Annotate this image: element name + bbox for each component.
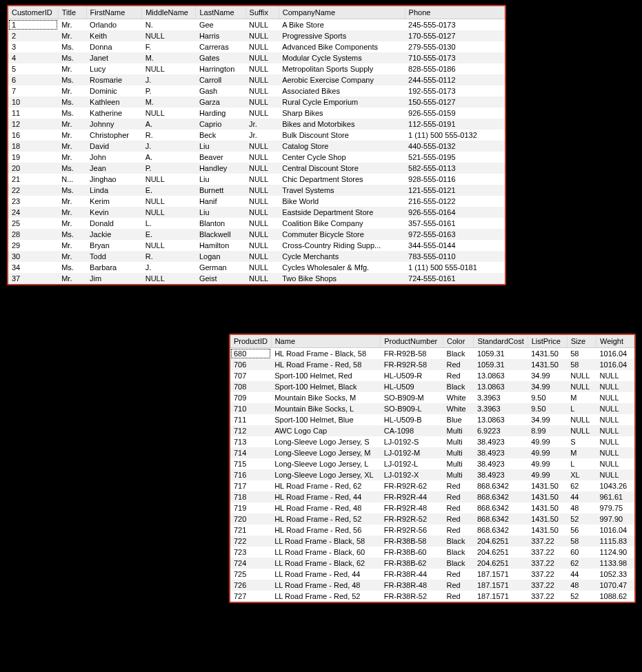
- customers-row[interactable]: 21N...JinghaoNULLLiuNULLChic Department …: [8, 174, 505, 185]
- customers-cell[interactable]: E.: [142, 185, 196, 196]
- products-cell[interactable]: Multi: [443, 458, 474, 469]
- customers-cell[interactable]: Rosmarie: [86, 74, 142, 85]
- customers-header-title[interactable]: Title: [58, 6, 86, 19]
- customers-cell[interactable]: J.: [142, 141, 196, 152]
- customers-cell[interactable]: Donna: [86, 41, 142, 52]
- customers-cell[interactable]: Liu: [196, 207, 245, 218]
- customers-cell[interactable]: 972-555-0163: [405, 229, 504, 240]
- products-grid[interactable]: ProductIDNameProductNumberColorStandardC…: [229, 334, 636, 603]
- customers-cell[interactable]: Jim: [86, 273, 142, 284]
- products-cell[interactable]: 961.61: [596, 491, 634, 502]
- customers-cell[interactable]: Gates: [196, 52, 245, 63]
- products-row[interactable]: 712AWC Logo CapCA-1098Multi6.92238.99NUL…: [230, 425, 634, 436]
- customers-cell[interactable]: Advanced Bike Components: [279, 41, 405, 52]
- customers-row[interactable]: 5Mr.LucyNULLHarringtonNULLMetropolitan S…: [8, 63, 505, 74]
- customers-cell[interactable]: NULL: [245, 196, 279, 207]
- customers-cell[interactable]: R.: [142, 251, 196, 262]
- customers-cell[interactable]: Caprio: [196, 119, 245, 130]
- customers-cell[interactable]: Cycles Wholesaler & Mfg.: [279, 262, 405, 273]
- customers-cell[interactable]: 12: [8, 119, 58, 130]
- products-cell[interactable]: 52: [567, 513, 596, 525]
- customers-cell[interactable]: 37: [8, 273, 58, 284]
- customers-cell[interactable]: Ms.: [58, 96, 86, 108]
- customers-cell[interactable]: Ms.: [58, 163, 86, 174]
- customers-cell[interactable]: 828-555-0186: [405, 63, 504, 74]
- products-cell[interactable]: 13.0863: [474, 414, 528, 425]
- customers-cell[interactable]: Chic Department Stores: [279, 174, 405, 185]
- customers-cell[interactable]: Eastside Department Store: [279, 207, 405, 218]
- products-cell[interactable]: 44: [567, 569, 596, 580]
- customers-cell[interactable]: NULL: [245, 229, 279, 240]
- products-cell[interactable]: 56: [567, 525, 596, 536]
- customers-cell[interactable]: Sharp Bikes: [279, 108, 405, 119]
- products-cell[interactable]: 1043.26: [596, 480, 634, 491]
- customers-cell[interactable]: 24: [8, 207, 58, 218]
- customers-cell[interactable]: E.: [142, 229, 196, 240]
- products-cell[interactable]: 58: [567, 348, 596, 360]
- products-cell[interactable]: HL Road Frame - Red, 62: [271, 480, 381, 491]
- products-cell[interactable]: 49.99: [528, 447, 567, 458]
- products-cell[interactable]: 9.50: [528, 392, 567, 403]
- customers-row[interactable]: 10Ms.KathleenM.GarzaNULLRural Cycle Empo…: [8, 96, 505, 108]
- customers-row[interactable]: 20Ms.JeanP.HandleyNULLCentral Discount S…: [8, 163, 505, 174]
- products-cell[interactable]: 58: [567, 359, 596, 370]
- products-row[interactable]: 717HL Road Frame - Red, 62FR-R92R-62Red8…: [230, 480, 634, 491]
- customers-cell[interactable]: 6: [8, 74, 58, 85]
- products-cell[interactable]: 49.99: [528, 436, 567, 447]
- products-cell[interactable]: 1431.50: [528, 359, 567, 370]
- customers-cell[interactable]: 4: [8, 52, 58, 63]
- customers-cell[interactable]: Janet: [86, 52, 142, 63]
- customers-cell[interactable]: 7: [8, 85, 58, 96]
- products-cell[interactable]: HL Road Frame - Black, 58: [271, 348, 381, 360]
- products-cell[interactable]: 717: [230, 480, 271, 491]
- products-cell[interactable]: 727: [230, 591, 271, 602]
- customers-cell[interactable]: A.: [142, 119, 196, 130]
- customers-cell[interactable]: Katherine: [86, 108, 142, 119]
- products-cell[interactable]: 868.6342: [474, 525, 528, 536]
- products-cell[interactable]: LL Road Frame - Red, 52: [271, 591, 381, 602]
- customers-cell[interactable]: Mr.: [58, 30, 86, 41]
- customers-cell[interactable]: Todd: [86, 251, 142, 262]
- products-cell[interactable]: 13.0863: [474, 381, 528, 392]
- products-cell[interactable]: 3.3963: [474, 403, 528, 414]
- products-cell[interactable]: 38.4923: [474, 458, 528, 469]
- customers-row[interactable]: 16Mr.ChristopherR.BeckJr.Bulk Discount S…: [8, 130, 505, 141]
- products-cell[interactable]: 1431.50: [528, 513, 567, 525]
- products-cell[interactable]: CA-1098: [381, 425, 443, 436]
- customers-cell[interactable]: NULL: [245, 85, 279, 96]
- products-cell[interactable]: 204.6251: [474, 547, 528, 558]
- customers-cell[interactable]: Blackwell: [196, 229, 245, 240]
- customers-cell[interactable]: NULL: [245, 30, 279, 41]
- products-cell[interactable]: 1059.31: [474, 359, 528, 370]
- customers-row[interactable]: 19Mr.JohnA.BeaverNULLCenter Cycle Shop52…: [8, 152, 505, 163]
- customers-cell[interactable]: Catalog Store: [279, 141, 405, 152]
- customers-cell[interactable]: A Bike Store: [279, 19, 405, 31]
- customers-cell[interactable]: 724-555-0161: [405, 273, 504, 284]
- customers-row[interactable]: 37Mr.JimNULLGeistNULLTwo Bike Shops724-5…: [8, 273, 505, 284]
- products-cell[interactable]: Long-Sleeve Logo Jersey, L: [271, 458, 381, 469]
- customers-cell[interactable]: Mr.: [58, 152, 86, 163]
- products-cell[interactable]: 1431.50: [528, 348, 567, 360]
- customers-cell[interactable]: Central Discount Store: [279, 163, 405, 174]
- customers-cell[interactable]: NULL: [245, 52, 279, 63]
- products-cell[interactable]: NULL: [596, 370, 634, 381]
- products-cell[interactable]: L: [567, 458, 596, 469]
- customers-cell[interactable]: NULL: [142, 207, 196, 218]
- customers-cell[interactable]: NULL: [142, 108, 196, 119]
- customers-cell[interactable]: P.: [142, 85, 196, 96]
- customers-cell[interactable]: NULL: [142, 63, 196, 74]
- products-cell[interactable]: HL Road Frame - Red, 52: [271, 513, 381, 525]
- customers-row[interactable]: 34Ms.BarbaraJ.GermanNULLCycles Wholesale…: [8, 262, 505, 273]
- products-cell[interactable]: NULL: [596, 469, 634, 480]
- customers-cell[interactable]: 170-555-0127: [405, 30, 504, 41]
- customers-cell[interactable]: Ms.: [58, 262, 86, 273]
- customers-cell[interactable]: 192-555-0173: [405, 85, 504, 96]
- customers-cell[interactable]: NULL: [142, 196, 196, 207]
- customers-header-lastname[interactable]: LastName: [196, 6, 245, 19]
- products-cell[interactable]: FR-R38B-62: [381, 558, 443, 569]
- products-header-weight[interactable]: Weight: [596, 335, 634, 348]
- customers-header-middlename[interactable]: MiddleName: [142, 6, 196, 19]
- customers-cell[interactable]: NULL: [245, 207, 279, 218]
- products-cell[interactable]: 62: [567, 480, 596, 491]
- products-cell[interactable]: Sport-100 Helmet, Red: [271, 370, 381, 381]
